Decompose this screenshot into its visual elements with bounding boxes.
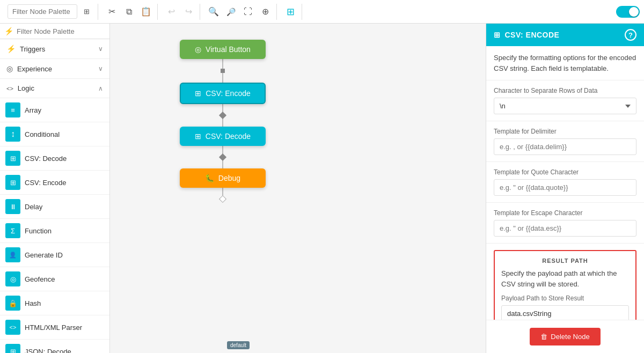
add-button[interactable]: ⊞	[282, 4, 298, 20]
csv-decode-node-icon: ⊞	[195, 132, 201, 141]
html-xml-icon: <>	[5, 320, 20, 335]
toolbar: ⊞ ✂ ⧉ 📋 ↩ ↪ 🔍 🔎 ⛶ ⊕ ⊞	[0, 0, 644, 24]
csv-decode-icon: ⊞	[5, 151, 20, 166]
result-path-input[interactable]	[501, 305, 629, 320]
paste-button[interactable]: 📋	[138, 4, 154, 20]
hash-icon: 🔒	[5, 296, 20, 311]
toggle-thumb	[629, 7, 639, 17]
csv-decode-node-label: CSV: Decode	[206, 132, 251, 141]
zoom-in-button[interactable]: 🔍	[206, 4, 222, 20]
sidebar-category-triggers[interactable]: ⚡ Triggers ∨	[0, 39, 109, 59]
csv-encode-node-icon: ⊞	[195, 89, 201, 98]
main-content: ⚡ ⊞ ⚡ Triggers ∨ ◎ Experience ∨	[0, 24, 644, 353]
virtual-button-label: Virtual Button	[206, 45, 251, 54]
sidebar-item-generate-id[interactable]: 👤 Generate ID	[0, 243, 109, 267]
result-path-description: Specify the payload path at which the CS…	[501, 268, 629, 289]
experience-label: Experience	[17, 65, 52, 73]
sidebar-item-csv-decode[interactable]: ⊞ CSV: Decode	[0, 146, 109, 171]
canvas[interactable]: ◎ Virtual Button ⊞ CSV: Encode	[110, 24, 486, 353]
filter-group: ⊞	[4, 4, 98, 20]
sidebar-item-csv-encode[interactable]: ⊞ CSV: Encode	[0, 171, 109, 195]
csv-encode-label: CSV: Encode	[25, 179, 67, 187]
edit-group: ✂ ⧉ 📋	[100, 4, 158, 20]
conditional-icon: ↕	[5, 127, 20, 142]
filter-icon-btn[interactable]: ⊞	[78, 4, 94, 20]
array-icon: ≡	[5, 102, 20, 117]
panel-footer: 🗑 Delete Node	[486, 320, 644, 353]
panel-title-icon: ⊞	[494, 31, 501, 39]
sidebar-item-json-decode[interactable]: ⊞ JSON: Decode	[0, 340, 109, 353]
history-group: ↩ ↪	[160, 4, 200, 20]
sidebar-category-logic[interactable]: <> Logic ∧	[0, 79, 109, 98]
delete-node-button[interactable]: 🗑 Delete Node	[530, 328, 600, 345]
right-panel: ⊞ CSV: ENCODE ? Specify the formatting o…	[486, 24, 644, 353]
csv-encode-node-label: CSV: Encode	[206, 89, 251, 98]
panel-title-text: CSV: ENCODE	[505, 31, 560, 39]
filter-input[interactable]	[8, 4, 77, 19]
delimiter-input[interactable]	[494, 138, 636, 155]
sidebar-item-hash[interactable]: 🔒 Hash	[0, 291, 109, 315]
json-decode-icon: ⊞	[5, 344, 20, 353]
right-panel-body: Specify the formatting options for the e…	[486, 46, 644, 320]
delay-icon: ⏸	[5, 199, 20, 214]
escape-char-input[interactable]	[494, 220, 636, 237]
logic-label: Logic	[18, 84, 34, 92]
quote-char-input[interactable]	[494, 179, 636, 196]
triggers-icon: ⚡	[6, 45, 16, 53]
function-icon: Σ	[5, 223, 20, 238]
redo-button[interactable]: ↪	[180, 4, 196, 20]
escape-char-section: Template for Escape Character	[486, 203, 644, 244]
panel-description: Specify the formatting options for the e…	[486, 46, 644, 80]
delimiter-label: Template for Delimiter	[494, 128, 636, 135]
result-path-section: RESULT PATH Specify the payload path at …	[494, 250, 636, 320]
debug-icon: 🐛	[205, 174, 214, 182]
sidebar: ⚡ ⊞ ⚡ Triggers ∨ ◎ Experience ∨	[0, 24, 110, 353]
right-panel-title: ⊞ CSV: ENCODE	[494, 31, 559, 39]
result-path-field-label: Payload Path to Store Result	[501, 295, 629, 302]
sidebar-item-array[interactable]: ≡ Array	[0, 98, 109, 122]
sidebar-item-geofence[interactable]: ◎ Geofence	[0, 267, 109, 291]
search-button[interactable]: ⊕	[257, 4, 273, 20]
quote-char-section: Template for Quote Character	[486, 162, 644, 203]
generate-id-icon: 👤	[5, 247, 20, 262]
csv-decode-label: CSV: Decode	[25, 155, 67, 163]
virtual-button-icon: ◎	[195, 45, 201, 54]
sidebar-category-experience[interactable]: ◎ Experience ∨	[0, 59, 109, 79]
sidebar-filter-input[interactable]	[17, 27, 107, 35]
logic-chevron: ∧	[98, 85, 103, 92]
undo-button[interactable]: ↩	[163, 4, 179, 20]
toggle-switch[interactable]	[616, 6, 640, 18]
zoom-out-button[interactable]: 🔎	[223, 4, 239, 20]
node-virtual-button[interactable]: ◎ Virtual Button	[180, 40, 266, 59]
zoom-group: 🔍 🔎 ⛶ ⊕	[202, 4, 277, 20]
result-path-title: RESULT PATH	[501, 258, 629, 264]
quote-char-label: Template for Quote Character	[494, 168, 636, 176]
sidebar-item-function[interactable]: Σ Function	[0, 219, 109, 243]
json-decode-label: JSON: Decode	[25, 348, 71, 354]
logic-icon: <>	[6, 85, 13, 92]
row-separator-section: Character to Separate Rows of Data \n \r…	[486, 80, 644, 121]
row-separator-select[interactable]: \n \r\n \r	[494, 98, 636, 114]
toggle-track[interactable]	[616, 6, 640, 18]
node-csv-encode[interactable]: ⊞ CSV: Encode	[180, 83, 266, 104]
row-separator-label: Character to Separate Rows of Data	[494, 87, 636, 94]
html-xml-label: HTML/XML Parser	[25, 323, 82, 332]
copy-button[interactable]: ⧉	[121, 4, 137, 20]
right-panel-header: ⊞ CSV: ENCODE ?	[486, 24, 644, 46]
delimiter-section: Template for Delimiter	[486, 121, 644, 162]
fit-button[interactable]: ⛶	[240, 4, 256, 20]
geofence-icon: ◎	[5, 271, 20, 286]
sidebar-item-conditional[interactable]: ↕ Conditional	[0, 122, 109, 146]
help-icon-button[interactable]: ?	[625, 29, 636, 41]
node-debug[interactable]: 🐛 Debug	[180, 168, 266, 188]
experience-chevron: ∨	[98, 65, 103, 72]
node-csv-decode[interactable]: ⊞ CSV: Decode	[180, 127, 266, 146]
sidebar-item-delay[interactable]: ⏸ Delay	[0, 195, 109, 219]
conditional-label: Conditional	[25, 130, 60, 138]
sidebar-item-html-xml-parser[interactable]: <> HTML/XML Parser	[0, 315, 109, 340]
sidebar-list: ⚡ Triggers ∨ ◎ Experience ∨ <> Logic	[0, 39, 109, 353]
sidebar-filter: ⚡ ⊞	[0, 24, 109, 39]
cut-button[interactable]: ✂	[104, 4, 120, 20]
generate-id-label: Generate ID	[25, 251, 63, 259]
triggers-label: Triggers	[20, 45, 45, 53]
